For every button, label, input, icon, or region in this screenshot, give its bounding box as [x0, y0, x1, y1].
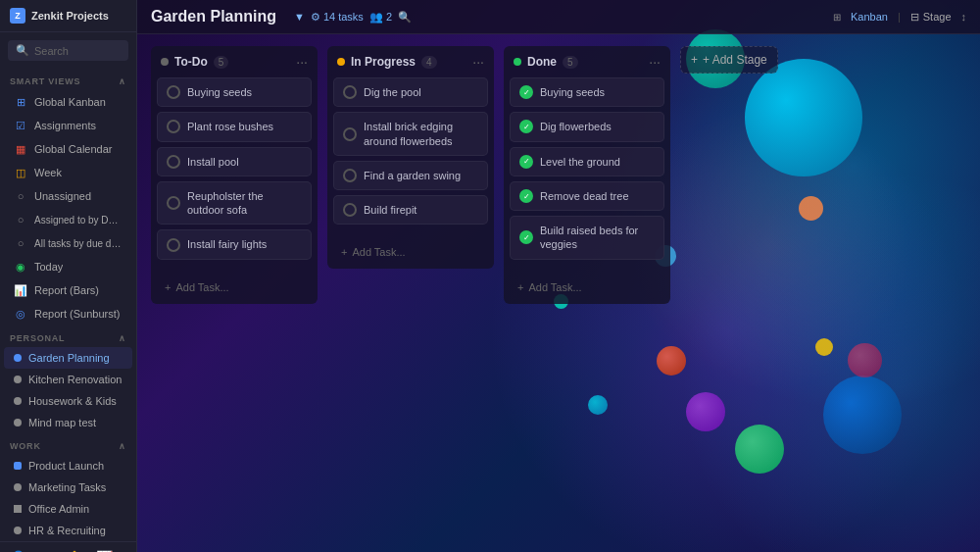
- sidebar-item-report-bars[interactable]: 📊 Report (Bars): [4, 278, 132, 302]
- sidebar-item-label: Office Admin: [28, 503, 89, 515]
- card-title: Dig the pool: [364, 85, 421, 99]
- card-remove-dead-tree[interactable]: Remove dead tree: [510, 181, 664, 211]
- add-task-icon: +: [165, 281, 171, 293]
- sidebar-item-office-admin[interactable]: Office Admin: [4, 498, 132, 520]
- add-stage-button[interactable]: + + Add Stage: [680, 46, 778, 74]
- column-done-header: Done 5 ···: [504, 46, 670, 75]
- card-level-ground[interactable]: Level the ground: [510, 147, 664, 176]
- add-task-icon: +: [341, 246, 347, 258]
- sidebar-item-global-calendar[interactable]: ▦ Global Calendar: [4, 137, 132, 161]
- card-title: Install pool: [187, 155, 239, 169]
- sidebar-item-garden-planning[interactable]: Garden Planning: [4, 347, 132, 369]
- card-raised-beds[interactable]: Build raised beds for veggies: [510, 216, 664, 260]
- add-task-icon: +: [517, 281, 523, 293]
- tasks-count-badge[interactable]: ⚙ 14 tasks: [311, 11, 364, 24]
- column-in-progress-cards: Dig the pool Install brick edging around…: [327, 75, 494, 235]
- sidebar-item-label: Housework & Kids: [28, 395, 117, 407]
- card-title: Dig flowerbeds: [540, 120, 612, 133]
- filter-icon[interactable]: ▼: [294, 11, 305, 23]
- card-plant-rose-bushes[interactable]: Plant rose bushes: [157, 112, 312, 141]
- add-task-done-button[interactable]: + Add Task...: [512, 276, 662, 298]
- sidebar-item-assignments[interactable]: ☑ Assignments: [4, 114, 132, 137]
- sort-button[interactable]: ↕: [961, 11, 967, 23]
- column-todo-menu[interactable]: ···: [296, 54, 308, 70]
- stage-icon: ⊟: [910, 11, 919, 24]
- sidebar-item-unassigned[interactable]: ○ Unassigned: [4, 184, 132, 208]
- card-build-firepit[interactable]: Build firepit: [333, 195, 488, 225]
- sidebar-item-all-tasks[interactable]: ○ All tasks by due date w/o completed: [4, 231, 132, 255]
- sidebar-item-label: Assigned to by Due Date: [34, 215, 122, 226]
- sidebar-item-week[interactable]: ◫ Week: [4, 161, 132, 184]
- sidebar-item-mind-map[interactable]: Mind map test: [4, 412, 132, 433]
- sidebar-item-global-kanban[interactable]: ⊞ Global Kanban: [4, 90, 132, 114]
- card-status-circle: [343, 127, 357, 141]
- column-done-cards: Buying seeds Dig flowerbeds Level the gr…: [504, 75, 670, 271]
- members-icon: 👥: [369, 11, 383, 24]
- card-title: Install brick edging around flowerbeds: [364, 120, 478, 148]
- add-stage-icon: +: [691, 53, 698, 67]
- filter-controls: ▼ ⚙ 14 tasks 👥 2 🔍: [294, 11, 412, 24]
- smart-views-section-header: SMART VIEWS ∧: [0, 69, 136, 90]
- sidebar-item-assigned-by-due[interactable]: ○ Assigned to by Due Date: [4, 208, 132, 231]
- sidebar-item-product-launch[interactable]: Product Launch: [4, 455, 132, 477]
- all-tasks-icon: ○: [14, 236, 27, 250]
- card-install-pool[interactable]: Install pool: [157, 147, 312, 176]
- card-title: Buying seeds: [540, 85, 605, 99]
- search-input[interactable]: [34, 45, 121, 57]
- card-buying-seeds-done[interactable]: Buying seeds: [510, 77, 664, 107]
- card-status-circle-done: [519, 230, 533, 244]
- view-divider: |: [898, 11, 901, 23]
- work-collapse-icon[interactable]: ∧: [119, 441, 126, 451]
- card-status-circle: [167, 155, 180, 169]
- search-container[interactable]: 🔍: [8, 40, 128, 61]
- sidebar-item-housework-kids[interactable]: Housework & Kids: [4, 390, 132, 412]
- column-todo-cards: Buying seeds Plant rose bushes Install p…: [151, 75, 318, 271]
- mind-map-dot: [14, 419, 22, 427]
- app-title: Zenkit Projects: [31, 10, 109, 22]
- column-in-progress-menu[interactable]: ···: [472, 54, 484, 70]
- view-controls: ⊞ Kanban | ⊟ Stage ↕: [833, 11, 966, 24]
- header-search-icon[interactable]: 🔍: [398, 11, 412, 24]
- card-dig-pool[interactable]: Dig the pool: [333, 77, 488, 107]
- sidebar-item-hr-recruiting[interactable]: HR & Recruiting: [4, 520, 132, 541]
- card-dig-flowerbeds[interactable]: Dig flowerbeds: [510, 112, 664, 141]
- sidebar-item-kitchen-renovation[interactable]: Kitchen Renovation: [4, 369, 132, 390]
- personal-collapse-icon[interactable]: ∧: [119, 333, 126, 343]
- sidebar-item-label: Report (Bars): [34, 284, 99, 296]
- assignments-icon: ☑: [14, 119, 27, 132]
- kitchen-renovation-dot: [14, 376, 22, 383]
- sidebar-item-today[interactable]: ◉ Today: [4, 255, 132, 278]
- sidebar-item-label: All tasks by due date w/o completed: [34, 238, 122, 249]
- sidebar-item-label: Global Calendar: [34, 143, 113, 155]
- kanban-view-button[interactable]: Kanban: [851, 11, 888, 23]
- done-dot: [514, 58, 521, 66]
- members-badge[interactable]: 👥 2: [369, 11, 392, 24]
- card-status-circle: [167, 238, 180, 252]
- column-done-count: 5: [563, 56, 578, 69]
- column-in-progress-count: 4: [421, 56, 437, 69]
- card-buying-seeds[interactable]: Buying seeds: [157, 77, 312, 107]
- card-garden-swing[interactable]: Find a garden swing: [333, 161, 488, 190]
- column-done-footer: + Add Task...: [504, 271, 670, 304]
- column-todo-count: 5: [214, 56, 229, 69]
- filter-tasks-icon: ⚙: [311, 11, 320, 24]
- smart-views-collapse-icon[interactable]: ∧: [119, 76, 126, 86]
- card-install-fairy-lights[interactable]: Install fairy lights: [157, 229, 312, 259]
- todo-dot: [161, 58, 169, 66]
- sidebar-item-marketing-tasks[interactable]: Marketing Tasks: [4, 477, 132, 498]
- add-task-in-progress-button[interactable]: + Add Task...: [335, 241, 486, 263]
- card-reupholster-sofa[interactable]: Reupholster the outdoor sofa: [157, 181, 312, 226]
- column-todo: To-Do 5 ··· Buying seeds Plant rose bush…: [151, 46, 318, 304]
- view-options-icon: ⊞: [833, 12, 841, 23]
- stage-view-button[interactable]: ⊟ Stage: [910, 11, 952, 24]
- sidebar-item-report-sunburst[interactable]: ◎ Report (Sunburst): [4, 302, 132, 326]
- column-done-menu[interactable]: ···: [649, 54, 661, 70]
- sidebar-item-label: Marketing Tasks: [28, 481, 106, 493]
- assigned-icon: ○: [14, 213, 27, 226]
- in-progress-dot: [337, 58, 345, 66]
- sidebar-item-label: Assignments: [34, 120, 96, 131]
- card-install-brick-edging[interactable]: Install brick edging around flowerbeds: [333, 112, 488, 156]
- column-in-progress-title: In Progress: [351, 55, 416, 69]
- product-launch-dot: [14, 462, 22, 470]
- add-task-todo-button[interactable]: + Add Task...: [159, 276, 310, 298]
